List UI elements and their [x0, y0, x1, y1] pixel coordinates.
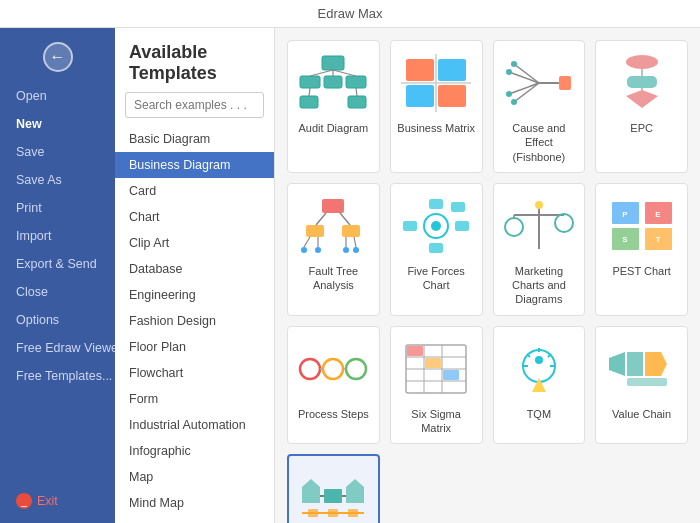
template-icon-audit-diagram [297, 51, 369, 115]
svg-rect-79 [443, 370, 459, 380]
template-card-five-forces[interactable]: Five Forces Chart [390, 183, 483, 316]
svg-rect-47 [429, 199, 443, 209]
svg-point-55 [505, 218, 523, 236]
templates-grid: Audit Diagram Business Matrix Cause and … [287, 40, 688, 523]
svg-rect-12 [438, 59, 466, 81]
category-fashion-design[interactable]: Fashion Design [115, 308, 274, 334]
svg-rect-50 [455, 221, 469, 231]
template-card-audit-diagram[interactable]: Audit Diagram [287, 40, 380, 173]
category-infographic[interactable]: Infographic [115, 438, 274, 464]
category-database[interactable]: Database [115, 256, 274, 282]
exit-icon: ⎯ [16, 493, 32, 509]
sidebar-item-print[interactable]: Print [0, 194, 115, 222]
template-card-six-sigma[interactable]: Six Sigma Matrix [390, 326, 483, 445]
template-label-marketing-charts: Marketing Charts and Diagrams [500, 264, 579, 307]
svg-rect-5 [348, 96, 366, 108]
svg-marker-90 [627, 352, 643, 376]
svg-point-39 [301, 247, 307, 253]
template-icon-marketing-charts [503, 194, 575, 258]
sidebar-item-options[interactable]: Options [0, 306, 115, 334]
svg-line-33 [316, 213, 326, 225]
category-form[interactable]: Form [115, 386, 274, 412]
sidebar-item-new[interactable]: New [0, 110, 115, 138]
svg-point-68 [323, 359, 343, 379]
category-mind-map[interactable]: Mind Map [115, 490, 274, 516]
template-icon-pest-chart: P E S T [606, 194, 678, 258]
category-flowchart[interactable]: Flowchart [115, 360, 274, 386]
svg-text:E: E [655, 210, 661, 219]
svg-point-43 [343, 247, 349, 253]
svg-point-26 [506, 91, 512, 97]
template-icon-fault-tree [297, 194, 369, 258]
template-icon-epc [606, 51, 678, 115]
template-label-cause-effect: Cause and Effect (Fishbone) [500, 121, 579, 164]
svg-text:P: P [622, 210, 628, 219]
sidebar-item-import[interactable]: Import [0, 222, 115, 250]
template-card-tqm[interactable]: TQM [493, 326, 586, 445]
svg-marker-89 [609, 352, 625, 376]
svg-point-23 [511, 61, 517, 67]
template-card-marketing-charts[interactable]: Marketing Charts and Diagrams [493, 183, 586, 316]
svg-marker-29 [626, 90, 658, 108]
sidebar-item-save[interactable]: Save [0, 138, 115, 166]
template-icon-process-steps [297, 337, 369, 401]
template-card-pest-chart[interactable]: P E S T PEST Chart [595, 183, 688, 316]
template-card-value-chain[interactable]: Value Chain [595, 326, 688, 445]
svg-marker-94 [302, 479, 320, 487]
template-card-business-matrix[interactable]: Business Matrix [390, 40, 483, 173]
category-clip-art[interactable]: Clip Art [115, 230, 274, 256]
sidebar-item-viewer[interactable]: Free Edraw Viewer [0, 334, 115, 362]
category-engineering[interactable]: Engineering [115, 282, 274, 308]
svg-rect-2 [324, 76, 342, 88]
template-card-cause-effect[interactable]: Cause and Effect (Fishbone) [493, 40, 586, 173]
svg-point-46 [431, 221, 441, 231]
template-label-business-matrix: Business Matrix [397, 121, 475, 135]
category-industrial-automation[interactable]: Industrial Automation [115, 412, 274, 438]
svg-rect-1 [300, 76, 320, 88]
search-input[interactable] [125, 92, 264, 118]
svg-point-25 [506, 69, 512, 75]
svg-rect-0 [322, 56, 344, 70]
template-icon-value-stream [297, 466, 369, 523]
category-business-diagram[interactable]: Business Diagram [115, 152, 274, 178]
sidebar-item-save-as[interactable]: Save As [0, 166, 115, 194]
sidebar-item-export[interactable]: Export & Send [0, 250, 115, 278]
sidebar-item-open[interactable]: Open [0, 82, 115, 110]
sidebar-item-free-templates[interactable]: Free Templates... [0, 362, 115, 390]
sidebar-item-exit[interactable]: ⎯Exit [0, 486, 115, 523]
category-network[interactable]: Network [115, 516, 274, 523]
category-card[interactable]: Card [115, 178, 274, 204]
template-card-value-stream[interactable]: Value Stream Mapping [287, 454, 380, 523]
template-card-process-steps[interactable]: Process Steps [287, 326, 380, 445]
svg-line-19 [514, 64, 539, 83]
sidebar-item-close[interactable]: Close [0, 278, 115, 306]
svg-rect-32 [322, 199, 344, 213]
svg-rect-4 [300, 96, 318, 108]
svg-rect-18 [559, 76, 571, 90]
category-chart[interactable]: Chart [115, 204, 274, 230]
template-label-five-forces: Five Forces Chart [397, 264, 476, 293]
sidebar-menu: OpenNewSaveSave AsPrintImportExport & Se… [0, 82, 115, 523]
category-map[interactable]: Map [115, 464, 274, 490]
svg-line-8 [333, 70, 356, 76]
template-icon-business-matrix [400, 51, 472, 115]
category-floor-plan[interactable]: Floor Plan [115, 334, 274, 360]
svg-point-40 [315, 247, 321, 253]
back-button[interactable]: ← [43, 42, 73, 72]
template-icon-tqm [503, 337, 575, 401]
template-label-epc: EPC [630, 121, 653, 135]
svg-point-24 [511, 99, 517, 105]
template-card-fault-tree[interactable]: Fault Tree Analysis [287, 183, 380, 316]
svg-line-22 [509, 83, 539, 94]
svg-line-42 [354, 237, 356, 247]
svg-point-67 [300, 359, 320, 379]
svg-rect-14 [438, 85, 466, 107]
svg-line-37 [304, 237, 310, 247]
svg-point-56 [555, 214, 573, 232]
category-basic-diagram[interactable]: Basic Diagram [115, 126, 274, 152]
template-card-epc[interactable]: EPC [595, 40, 688, 173]
svg-point-54 [535, 201, 543, 209]
svg-rect-103 [348, 509, 358, 517]
svg-marker-91 [645, 352, 667, 376]
svg-rect-49 [403, 221, 417, 231]
